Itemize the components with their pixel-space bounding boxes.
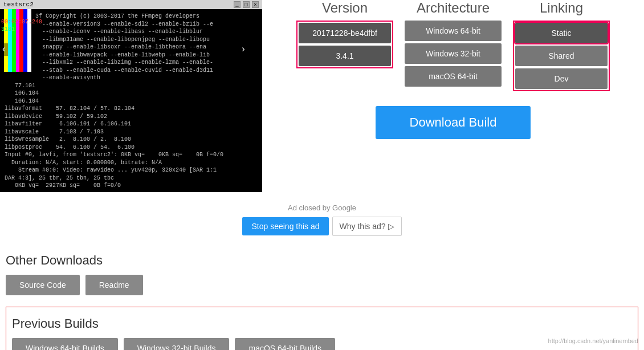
terminal-titlebar: testsrc2 _ □ × bbox=[0, 0, 262, 9]
terminal-body: 00:02:07.240 3181 ‹ › 3f Copyright (c) 2… bbox=[0, 9, 262, 192]
previous-builds-heading: Previous Builds bbox=[12, 316, 632, 331]
linking-btn-1[interactable]: Shared bbox=[515, 46, 608, 66]
linking-btn-0[interactable]: Static bbox=[515, 23, 608, 43]
close-btn[interactable]: × bbox=[252, 1, 259, 8]
minimize-btn[interactable]: _ bbox=[234, 1, 241, 8]
linking-title: Linking bbox=[540, 0, 583, 16]
version-buttons: 20171228-be4dfbf 3.4.1 bbox=[296, 21, 393, 68]
architecture-buttons: Windows 64-bit Windows 32-bit macOS 64-b… bbox=[405, 21, 502, 87]
prev-macos-button[interactable]: macOS 64-bit Builds bbox=[235, 338, 335, 351]
source-code-button[interactable]: Source Code bbox=[6, 275, 80, 295]
terminal-stats: 77.101 106.104 106.104 libavformat 57. 8… bbox=[2, 82, 260, 190]
version-btn-1[interactable]: 3.4.1 bbox=[299, 46, 391, 66]
download-build-button[interactable]: Download Build bbox=[376, 106, 531, 139]
terminal-controls[interactable]: _ □ × bbox=[234, 1, 259, 8]
linking-btn-2[interactable]: Dev bbox=[515, 68, 608, 89]
arch-btn-0[interactable]: Windows 64-bit bbox=[405, 21, 502, 41]
why-ad-label: Why this ad? bbox=[340, 222, 386, 231]
version-btn-0[interactable]: 20171228-be4dfbf bbox=[299, 23, 391, 43]
options-row: Version 20171228-be4dfbf 3.4.1 Architect… bbox=[274, 0, 633, 91]
watermark: http://blog.csdn.net/yanlinembed bbox=[548, 337, 638, 344]
other-download-buttons: Source Code Readme bbox=[6, 275, 638, 295]
why-ad-icon: ▷ bbox=[388, 222, 394, 231]
version-title: Version bbox=[322, 0, 368, 16]
ad-section: Ad closed by Google Stop seeing this ad … bbox=[0, 192, 644, 242]
terminal-output: 3f Copyright (c) 2003-2017 the FFmpeg de… bbox=[35, 11, 260, 82]
prev-win32-button[interactable]: Windows 32-bit Builds bbox=[124, 338, 230, 351]
ad-closed-text: Ad closed by Google bbox=[288, 204, 356, 212]
linking-group: Linking Static Shared Dev bbox=[513, 0, 610, 91]
terminal-window: testsrc2 _ □ × 00:02:07.240 3 bbox=[0, 0, 262, 192]
download-options: Version 20171228-be4dfbf 3.4.1 Architect… bbox=[262, 0, 644, 192]
previous-builds-section: Previous Builds Windows 64-bit Builds Wi… bbox=[6, 307, 638, 351]
prev-win64-button[interactable]: Windows 64-bit Builds bbox=[12, 338, 118, 351]
other-downloads-heading: Other Downloads bbox=[6, 253, 638, 268]
prev-build-buttons: Windows 64-bit Builds Windows 32-bit Bui… bbox=[12, 338, 632, 351]
ad-buttons: Stop seeing this ad Why this ad? ▷ bbox=[242, 217, 401, 236]
linking-buttons: Static Shared Dev bbox=[513, 21, 610, 91]
maximize-btn[interactable]: □ bbox=[243, 1, 250, 8]
stop-ad-button[interactable]: Stop seeing this ad bbox=[242, 217, 328, 235]
architecture-group: Architecture Windows 64-bit Windows 32-b… bbox=[405, 0, 502, 91]
readme-button[interactable]: Readme bbox=[85, 275, 143, 295]
other-downloads-section: Other Downloads Source Code Readme bbox=[0, 242, 644, 301]
arch-btn-1[interactable]: Windows 32-bit bbox=[405, 43, 502, 64]
arch-btn-2[interactable]: macOS 64-bit bbox=[405, 66, 502, 87]
why-ad-button[interactable]: Why this ad? ▷ bbox=[332, 217, 402, 236]
terminal-title: testsrc2 bbox=[3, 1, 34, 8]
version-group: Version 20171228-be4dfbf 3.4.1 bbox=[296, 0, 393, 91]
architecture-title: Architecture bbox=[417, 0, 490, 16]
